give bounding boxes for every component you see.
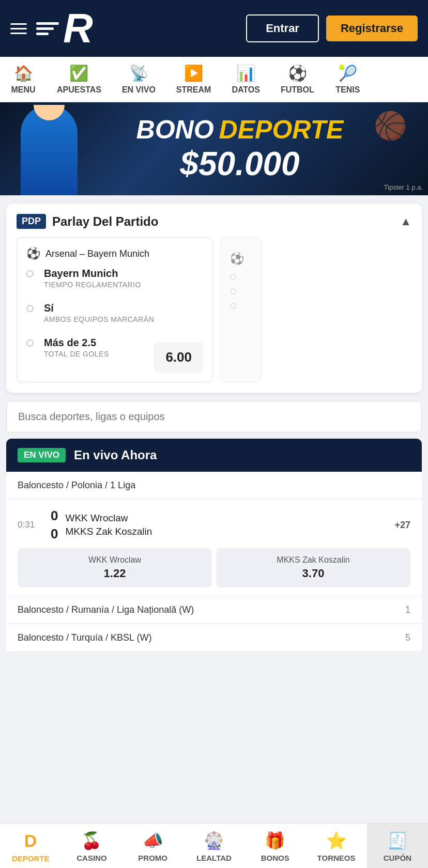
- league-name: Baloncesto / Polonia / 1 Liga: [18, 480, 135, 491]
- league-name-3: Baloncesto / Turquía / KBSL (W): [18, 632, 151, 643]
- search-wrap[interactable]: [6, 401, 422, 432]
- parlay-title: Parlay Del Partido: [52, 214, 158, 229]
- soccer-ball-icon: ⚽: [26, 247, 40, 260]
- nav-item-menu[interactable]: 🏠 MENU: [0, 57, 47, 102]
- nav-bar: 🏠 MENU ✅ APUESTAS 📡 EN VIVO ▶️ STREAM 📊 …: [0, 57, 428, 102]
- bet-sub-3: TOTAL DE GOLES: [44, 350, 109, 358]
- team-home: WKK Wroclaw: [65, 513, 387, 524]
- parlay-section: PDP Parlay Del Partido ▲ ⚽ Arsenal – Bay…: [6, 204, 422, 393]
- league-row-3[interactable]: Baloncesto / Turquía / KBSL (W) 5: [6, 624, 422, 652]
- parlay-card-header: ⚽ Arsenal – Bayern Munich: [26, 247, 203, 260]
- promo-banner[interactable]: 🏀 BONO DEPORTE $50.000 Tipster 1 p.a.: [0, 102, 428, 195]
- tipster-tag: Tipster 1 p.a.: [384, 183, 423, 191]
- odds-team-away: MKKS Zak Koszalin: [277, 555, 349, 565]
- bet-main-1: Bayern Munich: [44, 268, 141, 280]
- odds-row: WKK Wroclaw 1.22 MKKS Zak Koszalin 3.70: [18, 548, 410, 587]
- bet-main-2: Sí: [44, 302, 154, 314]
- entrar-button[interactable]: Entrar: [246, 14, 319, 42]
- logo-r: R: [63, 8, 93, 49]
- match-row: 0:31 0 0 WKK Wroclaw MKKS Zak Koszalin +…: [6, 500, 422, 596]
- nav-label-futbol: FUTBOL: [281, 85, 314, 95]
- odds-team-home: WKK Wroclaw: [88, 555, 141, 565]
- nav-item-en-vivo[interactable]: 📡 EN VIVO: [112, 57, 166, 102]
- header: R Entrar Registrarse: [0, 0, 428, 57]
- nav-label-apuestas: APUESTAS: [57, 85, 101, 95]
- futbol-icon: ⚽: [288, 64, 307, 82]
- bet-sub-2: AMBOS EQUIPOS MARCARÁN: [44, 315, 154, 323]
- bet-selection-3: Más de 2.5 TOTAL DE GOLES: [26, 337, 147, 364]
- league-name-2: Baloncesto / Rumanía / Liga Națională (W…: [18, 605, 194, 615]
- league-row-2[interactable]: Baloncesto / Rumanía / Liga Națională (W…: [6, 596, 422, 624]
- hamburger-menu-icon[interactable]: [10, 23, 27, 34]
- league-count-3: 5: [405, 632, 410, 643]
- match-scores: 0 0: [51, 508, 58, 542]
- header-left: R: [10, 8, 93, 49]
- tenis-icon: 🎾: [338, 64, 357, 82]
- bet-details-3: Más de 2.5 TOTAL DE GOLES: [39, 337, 109, 358]
- match-time: 0:31: [18, 520, 43, 530]
- score-home: 0: [51, 508, 58, 524]
- parlay-card-partial[interactable]: ⚽: [220, 237, 262, 382]
- datos-icon: 📊: [236, 64, 255, 82]
- nav-label-stream: STREAM: [176, 85, 211, 95]
- nav-item-apuestas[interactable]: ✅ APUESTAS: [47, 57, 112, 102]
- registrarse-button[interactable]: Registrarse: [326, 16, 418, 41]
- team-away: MKKS Zak Koszalin: [65, 526, 387, 537]
- bet-details-2: Sí AMBOS EQUIPOS MARCARÁN: [39, 302, 154, 323]
- selection-dot: [26, 270, 34, 277]
- odds-btn-away[interactable]: MKKS Zak Koszalin 3.70: [216, 548, 410, 587]
- en-vivo-title: En vivo Ahora: [74, 448, 157, 462]
- en-vivo-icon: 📡: [129, 64, 148, 82]
- match-more-markets[interactable]: +27: [394, 520, 410, 531]
- nav-label-menu: MENU: [11, 85, 35, 95]
- stream-icon: ▶️: [184, 64, 203, 82]
- bet-sub-1: TIEMPO REGLAMENTARIO: [44, 281, 141, 289]
- apuestas-icon: ✅: [69, 64, 88, 82]
- league-count-2: 1: [405, 605, 410, 615]
- nav-label-en-vivo: EN VIVO: [122, 85, 156, 95]
- banner-content: BONO DEPORTE $50.000: [85, 115, 344, 183]
- matches-container: Baloncesto / Polonia / 1 Liga 0:31 0 0 W…: [6, 472, 422, 652]
- logo[interactable]: R: [36, 8, 93, 49]
- speed-lines-icon: [36, 22, 59, 35]
- bet-selection-2: Sí AMBOS EQUIPOS MARCARÁN: [26, 302, 203, 330]
- odds-btn-home[interactable]: WKK Wroclaw 1.22: [18, 548, 212, 587]
- banner-bono-text: BONO: [136, 115, 214, 145]
- parlay-odds: 6.00: [154, 342, 203, 373]
- nav-item-tenis[interactable]: 🎾 TENIS: [325, 57, 371, 102]
- score-away: 0: [51, 526, 58, 542]
- basketball-icon: 🏀: [374, 110, 407, 142]
- selection-dot: [26, 339, 34, 347]
- banner-amount-text: $50.000: [180, 145, 299, 183]
- nav-item-datos[interactable]: 📊 DATOS: [221, 57, 270, 102]
- match-name: Arsenal – Bayern Munich: [45, 249, 149, 259]
- selection-dot: [26, 305, 34, 312]
- search-input[interactable]: [7, 401, 421, 432]
- nav-label-datos: DATOS: [232, 85, 260, 95]
- bet-selection-1: Bayern Munich TIEMPO REGLAMENTARIO: [26, 268, 203, 295]
- bet-details-1: Bayern Munich TIEMPO REGLAMENTARIO: [39, 268, 141, 289]
- odds-value-away: 3.70: [302, 567, 325, 580]
- banner-inner: 🏀 BONO DEPORTE $50.000 Tipster 1 p.a.: [0, 102, 428, 195]
- nav-item-stream[interactable]: ▶️ STREAM: [166, 57, 222, 102]
- parlay-header: PDP Parlay Del Partido ▲: [17, 214, 411, 229]
- bet-main-3: Más de 2.5: [44, 337, 109, 349]
- pdp-badge: PDP: [17, 214, 46, 229]
- match-teams: WKK Wroclaw MKKS Zak Koszalin: [65, 513, 387, 537]
- match-top: 0:31 0 0 WKK Wroclaw MKKS Zak Koszalin +…: [18, 508, 410, 542]
- league-row[interactable]: Baloncesto / Polonia / 1 Liga: [6, 472, 422, 500]
- en-vivo-badge: EN VIVO: [18, 448, 66, 462]
- odds-value-home: 1.22: [104, 567, 126, 580]
- nav-item-futbol[interactable]: ⚽ FUTBOL: [270, 57, 325, 102]
- nav-label-tenis: TENIS: [335, 85, 360, 95]
- banner-deporte-text: DEPORTE: [219, 115, 344, 145]
- home-icon: 🏠: [14, 64, 33, 82]
- en-vivo-header: EN VIVO En vivo Ahora: [6, 439, 422, 472]
- header-right: Entrar Registrarse: [246, 14, 418, 42]
- chevron-up-icon[interactable]: ▲: [400, 215, 411, 228]
- parlay-card[interactable]: ⚽ Arsenal – Bayern Munich Bayern Munich …: [17, 237, 213, 382]
- parlay-cards: ⚽ Arsenal – Bayern Munich Bayern Munich …: [17, 237, 411, 382]
- parlay-title-wrap: PDP Parlay Del Partido: [17, 214, 158, 229]
